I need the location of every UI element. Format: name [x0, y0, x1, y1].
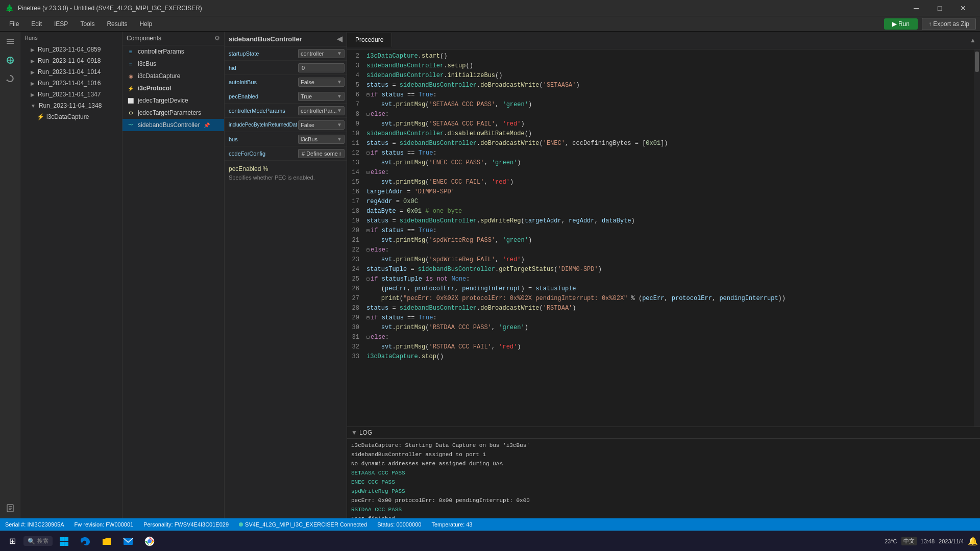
- component-label: i3cDataCapture: [138, 72, 180, 80]
- prop-value: controllerPar... ▼: [296, 105, 347, 116]
- menu-help[interactable]: Help: [134, 18, 157, 30]
- component-sidebandBusController[interactable]: 〜 sidebandBusController 📌: [122, 119, 224, 131]
- prop-select-bus[interactable]: i3cBus ▼: [298, 135, 345, 144]
- run-item-0859[interactable]: ▶ Run_2023-11-04_0859: [20, 44, 122, 55]
- prop-value: [296, 62, 347, 73]
- components-settings-icon[interactable]: ⚙: [214, 35, 220, 42]
- menubar-left: File Edit IESP Tools Results Help: [4, 18, 157, 30]
- log-collapse-icon[interactable]: ▼: [351, 429, 357, 436]
- status-connected-dot: [239, 522, 243, 527]
- prop-value: [296, 148, 347, 159]
- component-icon: ≡: [127, 47, 135, 56]
- log-panel: ▼ LOG i3cDataCapture: Starting Data Capt…: [347, 427, 980, 518]
- chevron-down-icon: ▼: [337, 136, 342, 142]
- properties-title: sidebandBusController: [229, 35, 302, 43]
- menu-iesp[interactable]: IESP: [49, 18, 73, 30]
- pin-icon: 📌: [204, 122, 210, 128]
- runs-icon[interactable]: [2, 34, 18, 50]
- run-collapse-arrow: ▶: [31, 81, 35, 86]
- component-jedecTargetParameters[interactable]: ⚙ jedecTargetParameters: [122, 107, 224, 119]
- export-button[interactable]: ↑ Export as Zip: [922, 18, 976, 30]
- prop-row-autoInitBus: autoInitBus False ▼: [225, 75, 347, 89]
- component-icon: ≡: [127, 60, 135, 68]
- component-i3cDataCapture[interactable]: ◉ i3cDataCapture: [122, 70, 224, 82]
- run-item-1014[interactable]: ▶ Run_2023-11-04_1014: [20, 66, 122, 78]
- prop-desc-text: Specifies whether PEC is enabled.: [229, 174, 342, 181]
- taskbar-app-explorer[interactable]: [96, 531, 117, 552]
- start-button[interactable]: ⊞: [2, 531, 22, 552]
- menubar-right: ▶ Run ↑ Export as Zip: [884, 18, 976, 30]
- taskbar-search-bar[interactable]: 🔍 搜索: [23, 536, 53, 546]
- close-button[interactable]: ✕: [951, 0, 975, 16]
- prop-select-autoInitBus[interactable]: False ▼: [298, 78, 345, 87]
- minimize-button[interactable]: ─: [904, 0, 928, 16]
- component-icon: ⬜: [127, 96, 135, 105]
- taskbar-app-chrome[interactable]: [139, 531, 160, 552]
- component-i3cBus[interactable]: ≡ i3cBus: [122, 58, 224, 70]
- taskbar-app-mail[interactable]: [118, 531, 138, 552]
- code-scrollbar[interactable]: [974, 49, 980, 427]
- taskbar-ime[interactable]: 中文: [901, 537, 917, 545]
- prop-input-codeForConfig[interactable]: [298, 149, 345, 158]
- prop-select-startupState[interactable]: controller ▼: [298, 49, 345, 58]
- run-label: Run_2023-11-04_1348: [39, 102, 102, 109]
- log-line-pass: ENEC CCC PASS: [351, 478, 976, 487]
- log-line: pecErr: 0x00 protocolErr: 0x00 pendingIn…: [351, 496, 976, 505]
- component-icon: ⚙: [127, 109, 135, 117]
- prop-label: includePecByteInReturnedDat: [225, 120, 296, 130]
- run-button[interactable]: ▶ Run: [884, 18, 918, 30]
- component-controllerParams[interactable]: ≡ controllerParams: [122, 45, 224, 58]
- menu-edit[interactable]: Edit: [26, 18, 47, 30]
- refresh-icon[interactable]: [2, 70, 18, 87]
- menu-file[interactable]: File: [4, 18, 24, 30]
- log-content[interactable]: i3cDataCapture: Starting Data Capture on…: [347, 439, 980, 518]
- taskbar-app-edge[interactable]: [75, 531, 95, 552]
- svg-rect-14: [64, 542, 68, 546]
- code-content[interactable]: i3cDataCapture.start() sidebandBusContro…: [362, 49, 974, 427]
- prop-select-controllerModeParams[interactable]: controllerPar... ▼: [298, 106, 345, 115]
- prop-select-pecEnabled[interactable]: True ▼: [298, 92, 345, 101]
- prop-row-startupState: startupState controller ▼: [225, 46, 347, 61]
- taskbar-app-windows[interactable]: [54, 531, 74, 552]
- component-i3cProtocol[interactable]: ⚡ i3cProtocol: [122, 82, 224, 94]
- scroll-up-icon[interactable]: ▲: [970, 37, 976, 44]
- component-icon: ◉: [127, 72, 135, 80]
- main-container: Runs ▶ Run_2023-11-04_0859 ▶ Run_2023-11…: [0, 32, 980, 518]
- run-item-1016[interactable]: ▶ Run_2023-11-04_1016: [20, 78, 122, 89]
- chevron-down-icon: ▼: [337, 108, 342, 113]
- component-label: i3cBus: [138, 60, 156, 67]
- run-item-1348[interactable]: ▼ Run_2023-11-04_1348: [20, 100, 122, 111]
- component-icon: 〜: [127, 121, 135, 129]
- code-tabs: Procedure ▲: [347, 32, 980, 49]
- run-item-1348-child[interactable]: ⚡ i3cDataCapture: [20, 111, 122, 122]
- prop-value: i3cBus ▼: [296, 134, 347, 145]
- log-icon[interactable]: [2, 500, 18, 516]
- prop-desc-title: pecEnabled %: [229, 165, 342, 172]
- prop-row-bus: bus i3cBus ▼: [225, 132, 347, 146]
- components-icon[interactable]: [2, 52, 18, 68]
- tab-procedure[interactable]: Procedure: [347, 33, 392, 47]
- prop-row-hid: hid: [225, 61, 347, 75]
- run-label: Run_2023-11-04_0918: [38, 57, 101, 64]
- component-label: controllerParams: [138, 48, 184, 55]
- menu-results[interactable]: Results: [102, 18, 132, 30]
- status-personality: Personality: FWSV4E4I3C01E029: [143, 521, 229, 528]
- run-label: Run_2023-11-04_1014: [38, 68, 101, 76]
- code-area: 2345678 9101112131415 16171819202122 232…: [347, 49, 980, 427]
- svg-rect-2: [7, 43, 14, 44]
- run-item-0918[interactable]: ▶ Run_2023-11-04_0918: [20, 55, 122, 66]
- components-header: Components ⚙: [122, 32, 224, 45]
- notification-icon[interactable]: 🔔: [968, 536, 978, 546]
- log-line-pass: spdWriteReg PASS: [351, 487, 976, 496]
- maximize-button[interactable]: □: [928, 0, 951, 16]
- run-child-label: i3cDataCapture: [46, 113, 89, 120]
- taskbar-weather: 23°C: [885, 538, 897, 544]
- run-item-1347[interactable]: ▶ Run_2023-11-04_1347: [20, 89, 122, 100]
- menu-tools[interactable]: Tools: [75, 18, 100, 30]
- properties-collapse-icon[interactable]: ◀: [337, 35, 342, 43]
- prop-input-hid[interactable]: [298, 63, 345, 72]
- svg-rect-0: [7, 39, 14, 40]
- prop-row-includePecByte: includePecByteInReturnedDat False ▼: [225, 118, 347, 132]
- component-jedecTargetDevice[interactable]: ⬜ jedecTargetDevice: [122, 94, 224, 107]
- prop-select-includePec[interactable]: False ▼: [298, 120, 345, 130]
